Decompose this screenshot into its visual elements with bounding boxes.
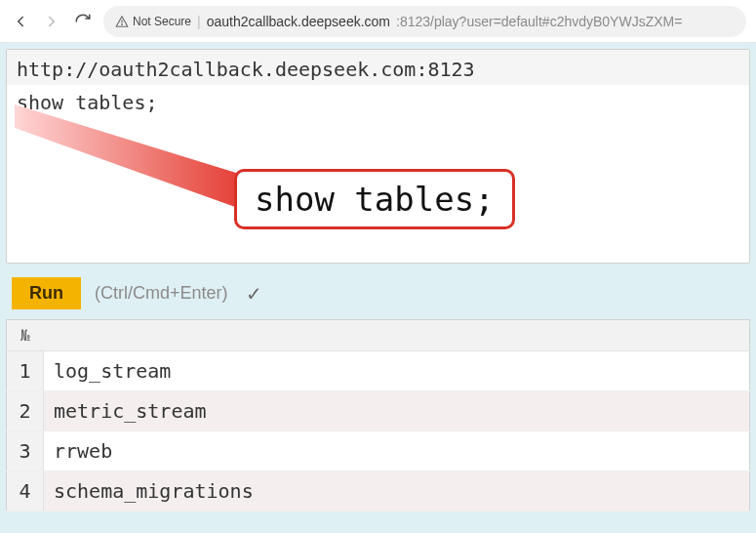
row-number: 4	[7, 472, 44, 512]
url-host: oauth2callback.deepseek.com	[207, 14, 390, 29]
reload-button[interactable]	[72, 11, 94, 32]
url-rest: :8123/play?user=default#c2hvdyB0YWJsZXM=	[396, 14, 682, 29]
address-bar[interactable]: Not Secure | oauth2callback.deepseek.com…	[103, 6, 746, 37]
table-row: 1 log_stream	[7, 351, 750, 391]
row-number: 3	[7, 431, 44, 472]
row-number-header: №	[7, 320, 44, 351]
run-bar: Run (Ctrl/Cmd+Enter) ✓	[6, 264, 750, 319]
forward-button[interactable]	[41, 11, 62, 32]
query-editor-card: http://oauth2callback.deepseek.com:8123 …	[6, 49, 750, 264]
shortcut-hint: (Ctrl/Cmd+Enter)	[95, 283, 228, 304]
browser-toolbar: Not Secure | oauth2callback.deepseek.com…	[0, 0, 756, 43]
query-callout: show tables;	[234, 169, 515, 229]
cell-name: log_stream	[44, 351, 750, 391]
db-url-input[interactable]: http://oauth2callback.deepseek.com:8123	[7, 50, 749, 85]
wedge-highlight	[15, 104, 424, 222]
query-textarea[interactable]: show tables;	[7, 85, 749, 120]
not-secure-badge: Not Secure	[115, 15, 191, 28]
row-number: 2	[7, 391, 44, 431]
svg-marker-2	[15, 104, 249, 212]
warning-icon	[115, 15, 129, 28]
cell-name: metric_stream	[44, 391, 750, 431]
url-divider: |	[197, 14, 201, 29]
table-row: 2 metric_stream	[7, 391, 750, 431]
back-button[interactable]	[10, 11, 31, 32]
svg-point-1	[122, 23, 123, 24]
row-number: 1	[7, 351, 44, 391]
page-body: http://oauth2callback.deepseek.com:8123 …	[0, 43, 756, 533]
table-row: 4 schema_migrations	[7, 472, 750, 512]
not-secure-label: Not Secure	[133, 15, 191, 28]
column-header-name	[44, 320, 750, 351]
cell-name: rrweb	[44, 431, 750, 472]
status-check-icon: ✓	[246, 282, 262, 306]
table-row: 3 rrweb	[7, 431, 750, 472]
run-button[interactable]: Run	[12, 277, 81, 309]
cell-name: schema_migrations	[44, 472, 750, 512]
callout-overlay: show tables;	[15, 104, 741, 255]
results-table: № 1 log_stream 2 metric_stream 3 rrweb 4…	[6, 319, 750, 512]
